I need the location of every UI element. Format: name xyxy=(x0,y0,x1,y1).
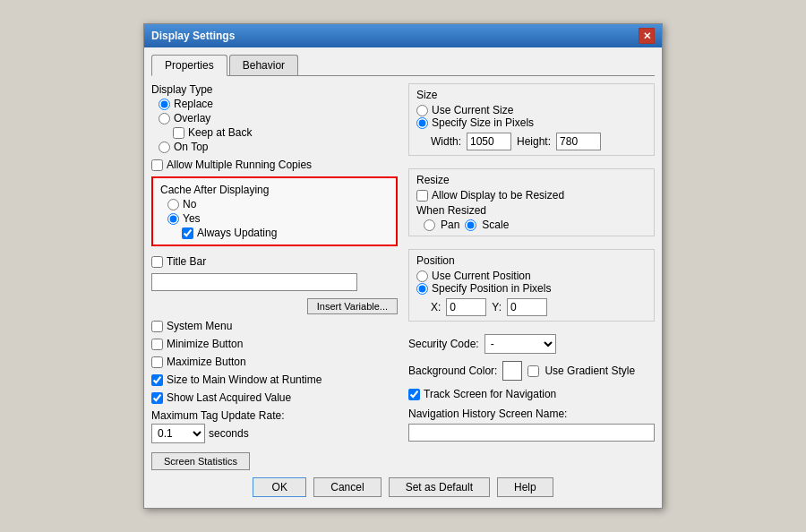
help-button[interactable]: Help xyxy=(497,477,553,497)
size-main-label: Size to Main Window at Runtime xyxy=(167,373,322,386)
overlay-radio[interactable] xyxy=(159,113,170,124)
size-main-row: Size to Main Window at Runtime xyxy=(151,373,398,386)
allow-multiple-label: Allow Multiple Running Copies xyxy=(167,159,312,171)
max-rate-row: 0.1 0.5 1 seconds xyxy=(151,424,398,443)
when-resized-label: When Resized xyxy=(416,204,486,217)
cache-group: No Yes Always Updating xyxy=(160,198,389,239)
security-code-row: Security Code: - xyxy=(408,334,655,354)
always-updating-row: Always Updating xyxy=(167,227,389,239)
keep-at-back-checkbox[interactable] xyxy=(173,127,184,139)
specify-pixels-radio[interactable] xyxy=(416,117,428,129)
nav-history-section: Navigation History Screen Name: xyxy=(408,408,655,442)
specify-pos-label: Specify Position in Pixels xyxy=(432,282,551,295)
minimize-button-checkbox[interactable] xyxy=(151,339,163,350)
dialog-title: Display Settings xyxy=(151,30,235,42)
use-current-pos-label: Use Current Position xyxy=(432,270,531,282)
position-label: Position xyxy=(416,254,647,267)
tab-bar: Properties Behavior xyxy=(151,55,655,76)
title-bar-input-row xyxy=(151,273,398,291)
minimize-btn-label: Minimize Button xyxy=(167,338,243,350)
on-top-option: On Top xyxy=(159,141,398,153)
size-inputs-row: Width: Height: xyxy=(416,133,647,150)
position-inputs-row: X: Y: xyxy=(416,298,647,316)
specify-pixels-label: Specify Size in Pixels xyxy=(432,116,534,129)
title-bar-input[interactable] xyxy=(151,273,357,291)
allow-multiple-row: Allow Multiple Running Copies xyxy=(151,159,398,171)
title-bar-label: Title Bar xyxy=(167,255,206,268)
resize-section: Resize Allow Display to be Resized When … xyxy=(408,168,655,236)
cache-section: Cache After Displaying No Yes xyxy=(151,176,398,246)
y-label: Y: xyxy=(492,301,502,313)
allow-multiple-checkbox[interactable] xyxy=(151,159,163,171)
show-last-checkbox[interactable] xyxy=(151,392,163,404)
x-input[interactable] xyxy=(446,298,486,316)
allow-resize-label: Allow Display to be Resized xyxy=(432,189,564,202)
overlay-label: Overlay xyxy=(174,112,210,124)
size-main-checkbox[interactable] xyxy=(151,374,163,386)
title-bar-checkbox[interactable] xyxy=(151,256,163,268)
maximize-button-checkbox[interactable] xyxy=(151,356,163,368)
maximize-btn-label: Maximize Button xyxy=(167,356,246,368)
set-default-button[interactable]: Set as Default xyxy=(389,477,490,497)
ok-button[interactable]: OK xyxy=(253,477,306,497)
cancel-button[interactable]: Cancel xyxy=(313,477,381,497)
system-menu-row: System Menu xyxy=(151,320,398,332)
cache-yes-option: Yes xyxy=(167,212,389,225)
nav-history-input[interactable] xyxy=(408,424,655,442)
replace-option: Replace xyxy=(159,98,398,110)
size-section: Size Use Current Size Specify Size in Pi… xyxy=(408,83,655,156)
when-resized-section: When Resized Pan Scale xyxy=(416,204,647,231)
always-updating-checkbox[interactable] xyxy=(182,227,193,239)
main-content: Display Type Replace Overlay xyxy=(151,83,655,470)
seconds-label: seconds xyxy=(209,427,249,440)
right-column: Size Use Current Size Specify Size in Pi… xyxy=(408,83,655,470)
x-label: X: xyxy=(431,301,441,313)
overlay-option: Overlay xyxy=(159,112,398,124)
width-label: Width: xyxy=(431,135,461,148)
on-top-radio[interactable] xyxy=(159,142,170,153)
bg-color-label: Background Color: xyxy=(408,365,497,377)
title-bar: Display Settings ✕ xyxy=(144,24,662,47)
cache-label: Cache After Displaying xyxy=(160,184,389,196)
tab-behavior[interactable]: Behavior xyxy=(229,55,298,75)
resize-options-row: Pan Scale xyxy=(416,219,647,231)
specify-pixels-option: Specify Size in Pixels xyxy=(416,116,647,129)
close-button[interactable]: ✕ xyxy=(639,28,655,44)
y-input[interactable] xyxy=(507,298,547,316)
use-gradient-checkbox[interactable] xyxy=(527,365,539,377)
nav-history-label: Navigation History Screen Name: xyxy=(408,408,655,420)
track-screen-label: Track Screen for Navigation xyxy=(424,388,556,400)
track-screen-checkbox[interactable] xyxy=(408,389,420,400)
height-input[interactable] xyxy=(556,133,601,150)
screen-statistics-button[interactable]: Screen Statistics xyxy=(151,452,250,470)
bg-color-swatch[interactable] xyxy=(502,361,522,381)
keep-at-back-row: Keep at Back xyxy=(159,126,398,139)
pan-label: Pan xyxy=(441,219,459,231)
cache-no-label: No xyxy=(183,198,196,210)
use-current-size-radio[interactable] xyxy=(416,105,428,116)
use-current-pos-radio[interactable] xyxy=(416,270,428,282)
specify-pos-radio[interactable] xyxy=(416,283,428,295)
cache-no-radio[interactable] xyxy=(167,199,179,210)
show-last-label: Show Last Acquired Value xyxy=(167,391,291,404)
specify-pos-option: Specify Position in Pixels xyxy=(416,282,647,295)
rate-select[interactable]: 0.1 0.5 1 xyxy=(151,424,205,443)
system-menu-checkbox[interactable] xyxy=(151,321,163,332)
scale-radio[interactable] xyxy=(465,219,476,231)
width-input[interactable] xyxy=(467,133,511,150)
replace-radio[interactable] xyxy=(159,99,170,110)
cache-yes-label: Yes xyxy=(183,212,201,225)
allow-resize-row: Allow Display to be Resized xyxy=(416,189,647,202)
insert-variable-button[interactable]: Insert Variable... xyxy=(307,298,398,314)
height-label: Height: xyxy=(517,135,551,148)
max-rate-section: Maximum Tag Update Rate: 0.1 0.5 1 secon… xyxy=(151,409,398,443)
allow-resize-checkbox[interactable] xyxy=(416,190,428,202)
cache-no-option: No xyxy=(167,198,389,210)
security-code-select[interactable]: - xyxy=(484,334,556,354)
tab-properties[interactable]: Properties xyxy=(151,55,227,76)
show-last-row: Show Last Acquired Value xyxy=(151,391,398,404)
use-current-size-option: Use Current Size xyxy=(416,104,647,116)
pan-radio[interactable] xyxy=(424,219,435,231)
cache-yes-radio[interactable] xyxy=(167,213,179,225)
system-menu-label: System Menu xyxy=(167,320,232,332)
